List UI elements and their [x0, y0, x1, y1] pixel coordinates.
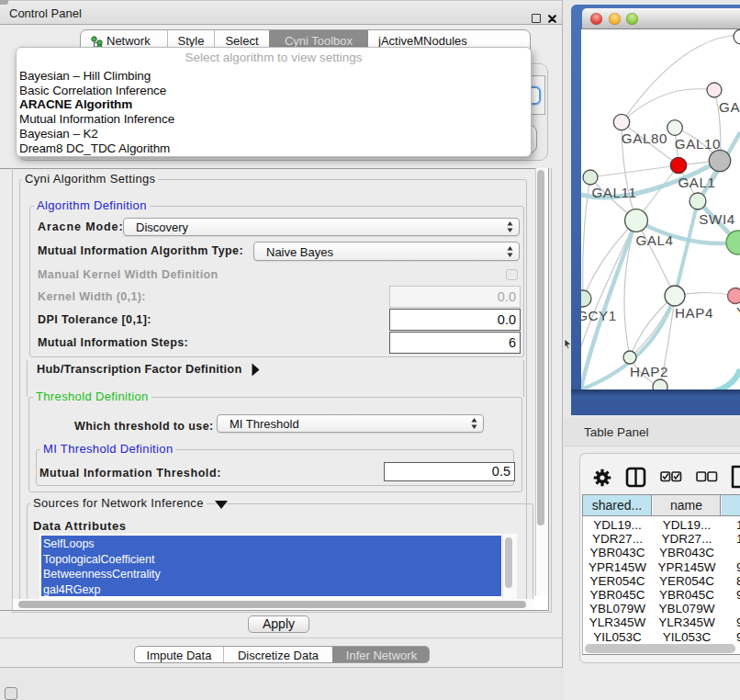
svg-text:GAL1: GAL1	[678, 175, 715, 190]
svg-text:HAP2: HAP2	[630, 364, 668, 379]
svg-text:SWI4: SWI4	[699, 211, 735, 227]
svg-text:GAL: GAL	[719, 99, 740, 115]
svg-text:GAL80: GAL80	[622, 130, 667, 146]
svg-text:GAL4: GAL4	[635, 232, 673, 248]
svg-text:GAL11: GAL11	[591, 185, 636, 200]
svg-text:Y: Y	[736, 304, 740, 320]
svg-text:HAP4: HAP4	[675, 305, 713, 321]
svg-text:GAL10: GAL10	[675, 136, 721, 152]
svg-text:GCY1: GCY1	[581, 308, 617, 323]
